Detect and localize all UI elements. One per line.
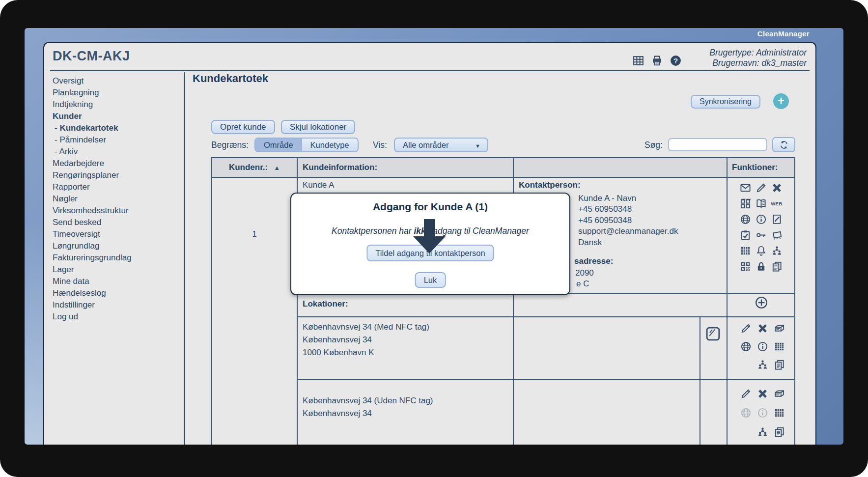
- dialog-title: Adgang for Kunde A (1): [291, 201, 569, 213]
- grid-icon[interactable]: [740, 245, 751, 256]
- user-name-label: Brugernavn: dk3_master: [709, 58, 807, 68]
- sidebar-item-løngrundlag[interactable]: Løngrundlag: [53, 240, 178, 252]
- sidebar-item-timeoversigt[interactable]: Timeoversigt: [53, 228, 178, 240]
- location-address: Københavnsvej 34 (Med NFC tag)Københavns…: [303, 321, 429, 359]
- billing-address-heading-partial: sadresse:: [574, 256, 613, 266]
- add-button[interactable]: [773, 93, 789, 109]
- sidebar-item-nøgler[interactable]: Nøgler: [53, 193, 178, 205]
- sidebar-item-virksomhedsstruktur[interactable]: Virksomhedsstruktur: [53, 205, 178, 217]
- close-dialog-button[interactable]: Luk: [415, 272, 446, 288]
- marker-icon[interactable]: [756, 182, 767, 194]
- add-location-icon[interactable]: [727, 296, 796, 309]
- billing-address-partial-line: 2090: [575, 268, 594, 278]
- grid-icon[interactable]: [774, 341, 785, 352]
- sidebar-item-planlægning[interactable]: Planlægning: [53, 87, 178, 99]
- sidebar-item-send-besked[interactable]: Send besked: [53, 217, 178, 228]
- refresh-button[interactable]: [772, 137, 795, 152]
- hide-locations-button[interactable]: Skjul lokationer: [281, 120, 355, 134]
- delete-icon[interactable]: [757, 388, 768, 399]
- table-view-icon[interactable]: [632, 55, 644, 67]
- delete-icon[interactable]: [771, 182, 783, 194]
- copy-icon[interactable]: [774, 426, 785, 438]
- copy-icon[interactable]: [774, 359, 785, 370]
- brand-text: CleanManager: [757, 29, 810, 38]
- row-divider: [212, 177, 794, 178]
- screen-frame: CleanManager DK-CM-AKJ ? Brugertype: Adm…: [0, 0, 868, 477]
- qr-icon[interactable]: [740, 261, 751, 272]
- print-icon[interactable]: [651, 55, 663, 67]
- sort-asc-icon: [274, 163, 280, 172]
- book-icon[interactable]: [756, 198, 767, 209]
- row-divider: [297, 316, 794, 317]
- column-header-functions: Funktioner:: [727, 158, 796, 177]
- row-divider: [297, 379, 794, 380]
- area-dropdown[interactable]: Alle områder: [394, 138, 488, 152]
- help-icon[interactable]: ?: [670, 55, 682, 67]
- delete-icon[interactable]: [757, 323, 768, 334]
- sidebar-item-hændelseslog[interactable]: Hændelseslog: [53, 287, 178, 299]
- sidebar-item-kundekartotek[interactable]: - Kundekartotek: [53, 122, 178, 134]
- refresh-icon: [779, 140, 789, 150]
- cubes-icon[interactable]: [740, 198, 751, 209]
- sidebar-item-påmindelser[interactable]: - Påmindelser: [53, 134, 178, 146]
- box-icon[interactable]: [774, 323, 785, 334]
- info-icon[interactable]: [757, 341, 768, 352]
- sidebar-item-medarbejdere[interactable]: Medarbejdere: [53, 158, 178, 169]
- note-icon[interactable]: [771, 214, 783, 225]
- sidebar-item-rengøringsplaner[interactable]: Rengøringsplaner: [53, 169, 178, 181]
- sidebar-item-lager[interactable]: Lager: [53, 264, 178, 276]
- grid-icon[interactable]: [774, 407, 785, 419]
- sidebar-item-indtjekning[interactable]: Indtjekning: [53, 99, 178, 111]
- web-icon[interactable]: WEB: [771, 201, 783, 206]
- people-icon[interactable]: [771, 245, 783, 256]
- sidebar-divider: [184, 72, 185, 445]
- nfc-tag-icon[interactable]: [704, 325, 722, 344]
- locations-header: Lokationer:: [303, 299, 348, 309]
- customer-type-filter-button[interactable]: Kundetype: [302, 139, 358, 151]
- window-title: DK-CM-AKJ: [53, 49, 130, 64]
- sidebar-item-kunder[interactable]: Kunder: [53, 111, 178, 122]
- sidebar-item-indstillinger[interactable]: Indstillinger: [53, 299, 178, 311]
- box-icon[interactable]: [774, 388, 785, 399]
- sidebar-item-log-ud[interactable]: Log ud: [53, 311, 178, 323]
- search-input[interactable]: [668, 138, 767, 151]
- contact-heading: Kontaktperson:: [519, 180, 581, 190]
- show-label: Vis:: [373, 140, 387, 150]
- sidebar-nav: OversigtPlanlægningIndtjekningKunder- Ku…: [53, 75, 178, 323]
- number-header-label: Kundenr.:: [229, 163, 268, 172]
- sidebar-item-rapporter[interactable]: Rapporter: [53, 181, 178, 193]
- sidebar-item-faktureringsgrundlag[interactable]: Faktureringsgrundlag: [53, 252, 178, 264]
- area-filter-button[interactable]: Område: [255, 139, 302, 151]
- column-header-number[interactable]: Kundenr.:: [212, 158, 297, 177]
- info-icon[interactable]: [756, 214, 767, 225]
- copy-icon[interactable]: [771, 261, 783, 272]
- mail-icon[interactable]: [740, 182, 751, 194]
- people-icon[interactable]: [757, 426, 768, 438]
- contact-value: Dansk: [578, 237, 678, 248]
- globe-icon[interactable]: [740, 407, 752, 419]
- sidebar-item-arkiv[interactable]: - Arkiv: [53, 146, 178, 158]
- info-icon[interactable]: [757, 407, 768, 419]
- globe-icon[interactable]: [740, 341, 752, 352]
- message-text: adgang til CleanManager: [430, 226, 529, 236]
- location-address-line: Københavnsvej 34 (Med NFC tag): [303, 321, 429, 334]
- create-customer-button[interactable]: Opret kunde: [211, 120, 275, 134]
- limit-segment: Område Kundetype: [254, 138, 359, 152]
- header-divider: [50, 70, 810, 71]
- people-icon[interactable]: [757, 359, 768, 370]
- location-address-line: Københavnsvej 34: [303, 334, 429, 346]
- access-dialog: Adgang for Kunde A (1) Kontaktpersonen h…: [290, 193, 570, 295]
- lock-icon[interactable]: [756, 261, 767, 272]
- sidebar-item-oversigt[interactable]: Oversigt: [53, 75, 178, 87]
- key-icon[interactable]: [756, 229, 767, 241]
- bell-icon[interactable]: [756, 245, 767, 256]
- chevron-down-icon: [475, 140, 480, 150]
- marker-icon[interactable]: [740, 323, 752, 334]
- board-icon[interactable]: [771, 229, 783, 241]
- user-type-label: Brugertype: Administrator: [709, 48, 807, 58]
- marker-icon[interactable]: [740, 388, 752, 399]
- sync-button[interactable]: Synkronisering: [691, 95, 760, 109]
- clipboard-icon[interactable]: [740, 229, 751, 241]
- sidebar-item-mine-data[interactable]: Mine data: [53, 276, 178, 287]
- globe-icon[interactable]: [740, 214, 751, 225]
